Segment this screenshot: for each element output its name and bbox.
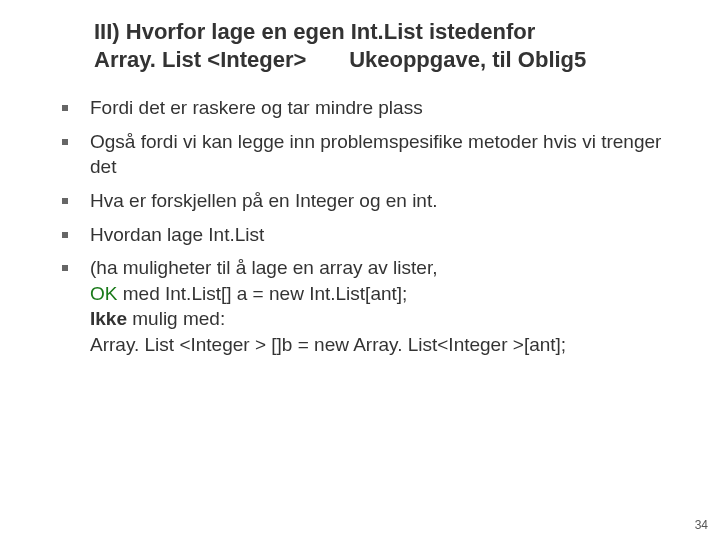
bullet-text: Hvordan lage Int.List	[90, 224, 264, 245]
slide: III) Hvorfor lage en egen Int.List isted…	[0, 0, 720, 366]
list-item: Hvordan lage Int.List	[54, 222, 684, 256]
slide-title: III) Hvorfor lage en egen Int.List isted…	[94, 18, 684, 73]
ikke-label: Ikke	[90, 308, 127, 329]
bullet-line-tail: mulig med:	[127, 308, 225, 329]
bullet-text: Fordi det er raskere og tar mindre plass	[90, 97, 423, 118]
bullet-line-tail: med Int.List[] a = new Int.List[ant];	[117, 283, 407, 304]
bullet-text: Også fordi vi kan legge inn problemspesi…	[90, 131, 661, 178]
title-line-2: Array. List <Integer> Ukeoppgave, til Ob…	[94, 47, 586, 72]
bullet-text: Hva er forskjellen på en Integer og en i…	[90, 190, 437, 211]
title-line-1: III) Hvorfor lage en egen Int.List isted…	[94, 19, 535, 44]
page-number: 34	[695, 518, 708, 532]
list-item: (ha muligheter til å lage en array av li…	[54, 255, 684, 366]
bullet-line: Array. List <Integer > []b = new Array. …	[90, 334, 566, 355]
bullet-line: (ha muligheter til å lage en array av li…	[90, 257, 437, 278]
list-item: Også fordi vi kan legge inn problemspesi…	[54, 129, 684, 188]
list-item: Hva er forskjellen på en Integer og en i…	[54, 188, 684, 222]
list-item: Fordi det er raskere og tar mindre plass	[54, 95, 684, 129]
ok-label: OK	[90, 283, 117, 304]
bullet-list: Fordi det er raskere og tar mindre plass…	[54, 95, 684, 366]
